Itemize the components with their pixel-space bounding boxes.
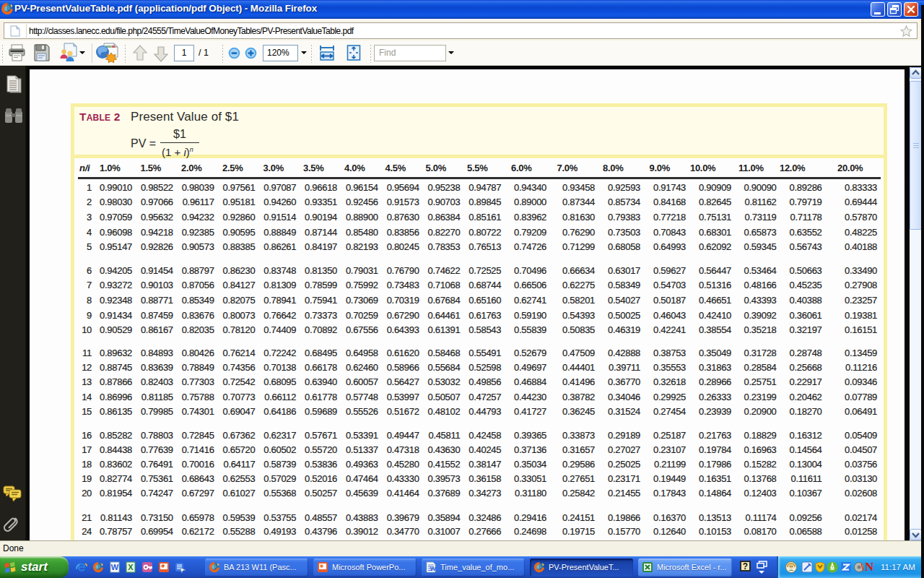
svg-text:W: W: [430, 566, 436, 572]
svg-text:W: W: [111, 563, 119, 571]
svg-text:X: X: [128, 563, 134, 571]
